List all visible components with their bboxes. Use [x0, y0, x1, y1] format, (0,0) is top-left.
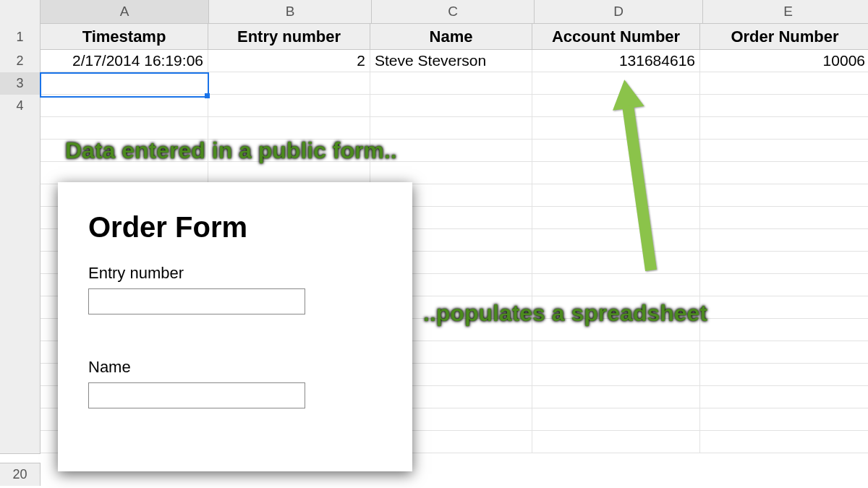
cell-blank[interactable] — [532, 341, 700, 364]
cell-B3[interactable] — [208, 72, 370, 95]
cell-blank[interactable] — [41, 162, 208, 184]
header-timestamp[interactable]: Timestamp — [41, 24, 208, 50]
cell-blank[interactable] — [700, 364, 868, 386]
cell-blank[interactable] — [700, 386, 868, 408]
header-order-number[interactable]: Order Number — [700, 24, 868, 50]
viewport: A B C D E 1 Timestamp Entry number Name … — [0, 0, 868, 488]
cell-blank[interactable] — [700, 117, 868, 140]
row-header-blank[interactable] — [0, 319, 41, 342]
cell-A2[interactable]: 2/17/2014 16:19:06 — [41, 50, 208, 72]
form-field-name: Name — [88, 358, 385, 408]
cell-E4[interactable] — [700, 95, 868, 117]
form-title: Order Form — [88, 211, 385, 244]
row-header-4[interactable]: 4 — [0, 95, 41, 118]
cell-blank[interactable] — [532, 431, 700, 453]
header-name[interactable]: Name — [370, 24, 532, 50]
col-header-D[interactable]: D — [535, 0, 703, 24]
row-header-blank[interactable] — [0, 296, 41, 320]
cell-B4[interactable] — [208, 95, 370, 117]
row-header-blank[interactable] — [0, 162, 41, 185]
cell-blank[interactable] — [700, 408, 868, 431]
select-all-corner[interactable] — [0, 0, 41, 25]
header-entry-number[interactable]: Entry number — [208, 24, 370, 50]
row-header-blank[interactable] — [0, 408, 41, 432]
cell-blank[interactable] — [370, 162, 532, 184]
row-header-blank[interactable] — [0, 274, 41, 297]
cell-blank[interactable] — [700, 162, 868, 184]
cell-B2[interactable]: 2 — [208, 50, 370, 72]
row-header-2[interactable]: 2 — [0, 50, 41, 73]
cell-C2[interactable]: Steve Steverson — [370, 50, 532, 72]
cell-blank[interactable] — [700, 229, 868, 252]
cell-blank[interactable] — [208, 162, 370, 184]
cell-C3[interactable] — [370, 72, 532, 95]
cell-blank[interactable] — [700, 319, 868, 341]
cell-blank[interactable] — [700, 341, 868, 364]
row-header-blank[interactable] — [0, 364, 41, 387]
row-header-blank[interactable] — [0, 140, 41, 163]
row-header-blank[interactable] — [0, 117, 41, 140]
cell-blank[interactable] — [700, 296, 868, 319]
arrow-up-icon — [606, 80, 664, 275]
col-header-A[interactable]: A — [41, 0, 209, 24]
row-header-blank[interactable] — [0, 184, 41, 207]
cell-D2[interactable]: 131684616 — [532, 50, 700, 72]
cell-C4[interactable] — [370, 95, 532, 117]
row-header-blank[interactable] — [0, 431, 41, 454]
row-header-20[interactable]: 20 — [0, 463, 41, 486]
cell-blank[interactable] — [532, 364, 700, 386]
label-name: Name — [88, 358, 385, 377]
annotation-top: Data entered in a public form.. — [65, 137, 397, 164]
cell-blank[interactable] — [532, 386, 700, 408]
cell-blank[interactable] — [700, 274, 868, 296]
cell-blank[interactable] — [370, 117, 532, 140]
cell-blank[interactable] — [41, 117, 208, 140]
row-header-blank[interactable] — [0, 386, 41, 409]
cell-blank[interactable] — [700, 140, 868, 162]
form-card: Order Form Entry number Name — [58, 182, 412, 471]
cell-A4[interactable] — [41, 95, 208, 117]
cell-E2[interactable]: 10006 — [700, 50, 868, 72]
cell-blank[interactable] — [532, 408, 700, 431]
cell-blank[interactable] — [208, 117, 370, 140]
input-name[interactable] — [88, 382, 305, 408]
row-header-blank[interactable] — [0, 207, 41, 230]
cell-blank[interactable] — [532, 274, 700, 296]
header-account-number[interactable]: Account Number — [532, 24, 700, 50]
col-header-E[interactable]: E — [703, 0, 868, 24]
input-entry-number[interactable] — [88, 288, 305, 314]
row-header-3[interactable]: 3 — [0, 72, 41, 95]
cell-blank[interactable] — [700, 207, 868, 229]
form-field-entry-number: Entry number — [88, 264, 385, 314]
cell-blank[interactable] — [700, 184, 868, 207]
row-header-1[interactable]: 1 — [0, 24, 41, 51]
row-header-blank[interactable] — [0, 341, 41, 364]
cell-blank[interactable] — [700, 252, 868, 274]
cell-blank[interactable] — [700, 431, 868, 453]
row-header-blank[interactable] — [0, 229, 41, 252]
cell-A3[interactable] — [41, 72, 208, 95]
row-header-blank[interactable] — [0, 252, 41, 275]
col-header-C[interactable]: C — [372, 0, 535, 24]
label-entry-number: Entry number — [88, 264, 385, 283]
annotation-bottom: ..populates a spreadsheet — [423, 300, 707, 327]
col-header-B[interactable]: B — [209, 0, 372, 24]
cell-E3[interactable] — [700, 72, 868, 95]
